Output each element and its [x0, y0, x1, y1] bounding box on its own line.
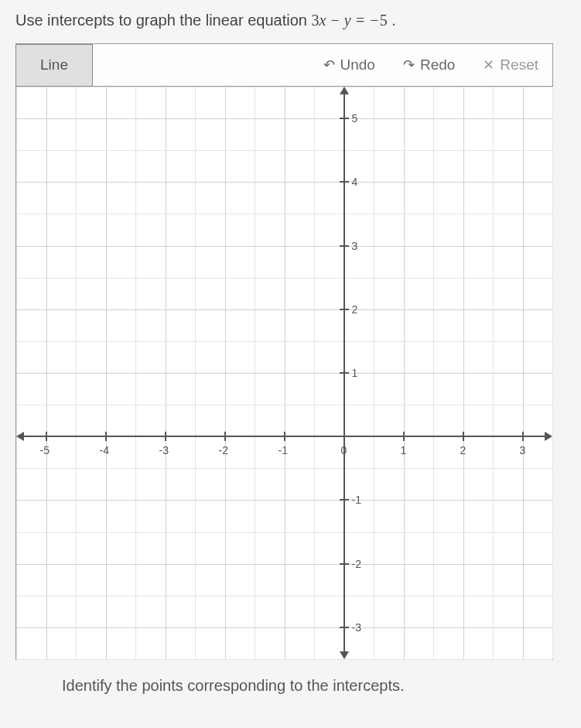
- line-tool-label: Line: [40, 56, 68, 73]
- graph-container: Line ↶ Undo ↷ Redo ✕ Reset -5-4-3-2-1012…: [15, 43, 553, 660]
- y-tick-label: 5: [352, 112, 358, 125]
- arrow-right: [545, 432, 552, 441]
- y-tick-label: -1: [352, 494, 361, 506]
- redo-icon: ↷: [403, 58, 415, 72]
- reset-button[interactable]: ✕ Reset: [469, 44, 552, 86]
- x-tick-label: 0: [341, 444, 347, 456]
- undo-button[interactable]: ↶ Undo: [309, 44, 389, 86]
- y-tick-label: 2: [352, 303, 358, 316]
- x-tick-label: -2: [219, 444, 228, 456]
- x-tick-label: -1: [279, 444, 288, 456]
- question-suffix: .: [388, 12, 396, 29]
- x-tick-label: -4: [100, 444, 109, 456]
- undo-label: Undo: [340, 56, 375, 73]
- x-tick-label: -5: [40, 444, 50, 456]
- reset-icon: ✕: [483, 58, 494, 72]
- x-tick-label: 3: [520, 444, 526, 456]
- arrow-down: [340, 651, 349, 659]
- y-tick-label: 3: [352, 240, 358, 252]
- line-tool-button[interactable]: Line: [15, 44, 93, 87]
- arrow-left: [16, 432, 24, 441]
- x-tick-label: 2: [460, 444, 467, 456]
- y-tick-label: 4: [352, 176, 358, 188]
- y-tick-label: -2: [352, 558, 361, 570]
- graph-canvas[interactable]: -5-4-3-2-10123-3-2-112345: [16, 87, 552, 659]
- y-tick-label: -3: [352, 621, 361, 634]
- redo-button[interactable]: ↷ Redo: [389, 44, 469, 86]
- toolbar: Line ↶ Undo ↷ Redo ✕ Reset: [16, 44, 552, 87]
- instruction-text: Identify the points corresponding to the…: [62, 677, 566, 695]
- question-text: Use intercepts to graph the linear equat…: [15, 12, 566, 29]
- question-equation: 3x − y = −5: [311, 12, 387, 29]
- x-tick-label: 1: [401, 444, 407, 456]
- y-tick-label: 1: [352, 367, 358, 379]
- reset-label: Reset: [500, 56, 538, 73]
- x-tick-label: -3: [159, 444, 169, 456]
- question-prefix: Use intercepts to graph the linear equat…: [15, 12, 311, 29]
- arrow-up: [340, 87, 349, 94]
- undo-icon: ↶: [323, 58, 335, 72]
- redo-label: Redo: [420, 56, 455, 73]
